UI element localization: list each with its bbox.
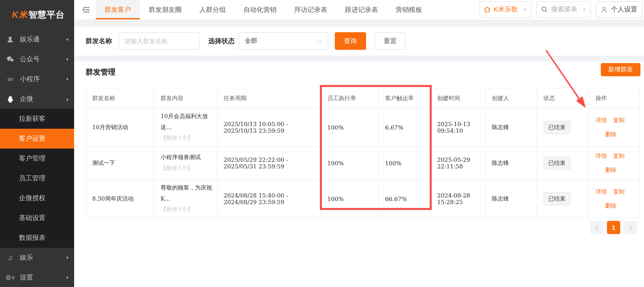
col-header-created-time: 创建时间 [431,88,486,108]
sidebar-item-label: 设置 [20,273,33,282]
sidebar-item-label: 公众号 [20,55,40,63]
sidebar-subitem-qiwei-auth[interactable]: 企微授权 [0,188,74,208]
status-badge: 已结束 [544,121,570,134]
top-controls: K米乐歌 ▼ 搜索菜单 ▼ 个人设置 [479,1,642,18]
prev-page-button[interactable] [590,221,604,234]
sidebar-item-mini-program[interactable]: ∞ 小程序 ▼ [0,69,74,89]
chevron-right-icon [627,225,632,230]
copy-link[interactable]: 复制 [613,152,624,160]
status-select-value: 全部 [245,37,257,45]
sidebar-subitem-customer-operation[interactable]: 客户运营 [0,129,74,149]
copy-link[interactable]: 复制 [613,188,624,196]
query-button[interactable]: 查询 [335,32,366,50]
tab-audience-groups[interactable]: 人群分组 [190,0,235,19]
sidebar-subitem-label: 客户运营 [19,134,46,143]
chevron-down-icon: ▼ [65,256,69,260]
cell-period: 2025/05/29 22:22:00 - 2025/05/31 23:59:5… [217,147,321,180]
top-tabs: 群发客户 群发朋友圈 人群分组 自动化营销 拜访记录表 跟进记录表 营销模板 [96,0,431,19]
campaign-management-panel: 群发管理 新增群发 群发名称 群发内容 任务周期 员工执行率 客户触达率 创建时… [74,62,644,287]
copy-link[interactable]: 复制 [613,116,624,124]
tab-label: 群发朋友圈 [149,5,182,14]
sidebar-subitem-data-report[interactable]: 数据报表 [0,228,74,248]
cell-exec-rate: 100% [321,180,379,218]
sidebar-subitem-label: 拉新获客 [19,115,46,123]
tab-label: 人群分组 [200,5,226,14]
sidebar-subitem-acquisition[interactable]: 拉新获客 [0,109,74,129]
sidebar-subitem-basic-settings[interactable]: 基础设置 [0,208,74,228]
menu-search-label: 搜索菜单 [551,5,578,14]
campaign-content-text: 10月会员福利大放送... [160,111,212,133]
campaign-name-label: 群发名称 [86,37,112,45]
detail-link[interactable]: 详情 [596,152,607,160]
cell-exec-rate: 100% [321,108,379,147]
tab-marketing-templates[interactable]: 营销模板 [387,0,431,19]
pagination: 1 [590,221,637,234]
cell-actions: 详情 复制 删除 [589,180,640,218]
venue-name: K米乐歌 [494,5,518,14]
delete-link[interactable]: 删除 [605,167,617,173]
col-header-content: 群发内容 [154,88,217,108]
cell-reach-rate: 66.67% [379,180,431,218]
sidebar: K米 智慧平台 娱乐通 ▼ 公众号 ▼ ∞ 小程序 ▼ 企微 [0,0,74,287]
status-badge: 已结束 [544,192,570,205]
cell-content: 尊敬的顾客，为庆祝K... 【附件1个】 [154,180,217,218]
tab-label: 营销模板 [396,5,422,14]
sidebar-item-official-account[interactable]: 公众号 ▼ [0,49,74,69]
sidebar-item-entertainment-hub[interactable]: 娱乐通 ▼ [0,29,74,49]
sidebar-submenu-qiwei: 拉新获客 客户运营 客户管理 员工管理 企微授权 基础设置 数据报表 [0,109,74,248]
attachment-label: 【附件1个】 [160,163,212,174]
attachment-label: 【附件1个】 [160,204,212,215]
tab-marketing-automation[interactable]: 自动化营销 [235,0,286,19]
cell-content: 10月会员福利大放送... 【附件1个】 [154,108,217,147]
col-header-reach-rate: 客户触达率 [379,88,431,108]
tab-followup-records[interactable]: 跟进记录表 [336,0,387,19]
tab-group-send-customers[interactable]: 群发客户 [96,0,140,19]
campaign-content-text: 尊敬的顾客，为庆祝K... [160,183,212,204]
delete-link[interactable]: 删除 [605,131,617,138]
sidebar-item-qiwei[interactable]: 企微 ▲ [0,89,74,109]
cell-creator: 陈志锋 [486,147,537,180]
cell-created: 2025-10-13 09:54:10 [431,108,486,147]
next-page-button[interactable] [624,221,637,234]
add-campaign-button[interactable]: 新增群发 [601,63,640,76]
venue-selector[interactable]: K米乐歌 ▼ [479,1,532,18]
cell-created: 2025-05-29 22:11:58 [431,147,486,180]
status-badge: 已结束 [544,157,570,170]
status-select[interactable]: 全部 [239,32,328,50]
miniprogram-icon: ∞ [6,75,14,83]
cell-exec-rate: 100% [321,147,379,180]
campaign-name-input[interactable] [118,32,200,50]
delete-link[interactable]: 删除 [605,202,617,209]
sidebar-item-label: 小程序 [20,75,40,83]
chevron-down-icon: ▼ [582,7,586,12]
chevron-down-icon: ▼ [65,77,69,81]
cell-status: 已结束 [537,108,589,147]
cell-reach-rate: 6.67% [379,108,431,147]
logo-suffix-text: 智慧平台 [28,9,64,21]
detail-link[interactable]: 详情 [596,116,607,124]
sidebar-subitem-label: 基础设置 [19,214,46,222]
status-filter-label: 选择状态 [208,37,235,45]
detail-link[interactable]: 详情 [596,188,607,196]
page-number-button[interactable]: 1 [607,221,620,234]
tab-label: 拜访记录表 [294,5,327,14]
search-icon [541,6,548,13]
collapse-sidebar-button[interactable] [82,0,90,19]
home-icon [484,6,490,13]
sidebar-subitem-customer-management[interactable]: 客户管理 [0,149,74,168]
sidebar-item-label: 企微 [20,95,33,103]
sidebar-subitem-staff-management[interactable]: 员工管理 [0,168,74,188]
col-header-exec-rate: 员工执行率 [321,88,379,108]
personal-settings-button[interactable]: 个人设置 [596,1,642,18]
col-header-status: 状态 [537,88,589,108]
tab-visit-records[interactable]: 拜访记录表 [286,0,336,19]
app-root: K米 智慧平台 娱乐通 ▼ 公众号 ▼ ∞ 小程序 ▼ 企微 [0,0,644,287]
sidebar-item-settings[interactable]: ⚙⚙ 设置 ▼ [0,268,74,287]
reset-button[interactable]: 重置 [374,32,406,50]
sidebar-item-label: 娱乐 [20,254,33,262]
wechat-icon [6,56,14,63]
menu-search-box[interactable]: 搜索菜单 ▼ [536,1,591,18]
tab-group-send-moments[interactable]: 群发朋友圈 [140,0,190,19]
sidebar-item-entertainment[interactable]: ♫ 娱乐 ▼ [0,248,74,268]
col-header-period: 任务周期 [217,88,321,108]
